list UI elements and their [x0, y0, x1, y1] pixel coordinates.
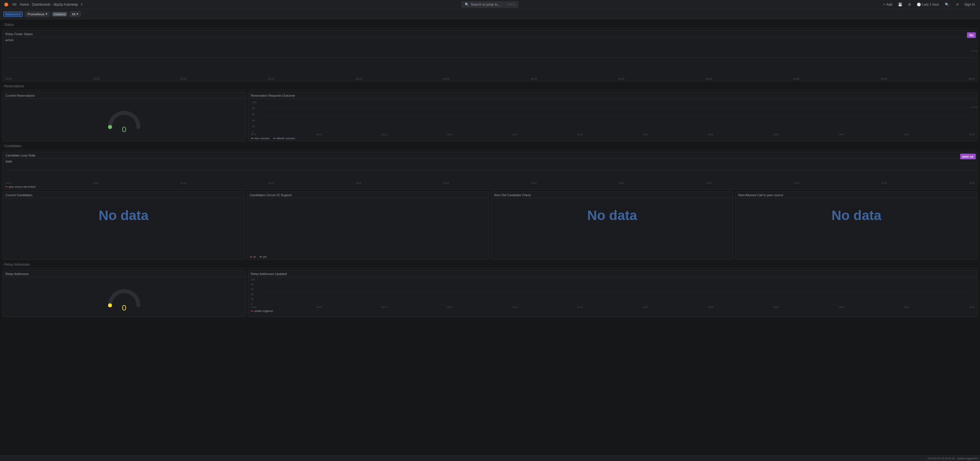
status-panels-row: Relay Finder Status active 18:00 18:05 1…	[2, 30, 978, 81]
section-reservations: - Reservations	[2, 83, 978, 90]
candidates-circuit-v2-header: Candidates Circuit V2 Support	[247, 192, 489, 198]
candidates-circuit-v2-no-data	[247, 198, 489, 232]
relay-addresses-chart-svg	[258, 278, 975, 305]
next-allowed-call-header: Next Allowed Call to peer source	[735, 192, 978, 198]
legend-yes: yes	[259, 256, 267, 258]
chevron-down-icon-2: ▾	[76, 12, 78, 16]
reservation-dotted	[972, 107, 977, 108]
all-dropdown[interactable]: All ▾	[70, 11, 81, 17]
next-allowed-call-panel: Next Allowed Call to peer source No data	[735, 191, 978, 260]
add-button[interactable]: + Add	[881, 2, 894, 7]
relay-addresses-chart-area: 100 80 60 40 20 0	[248, 277, 978, 305]
topbar-right: + Add 💾 ⚙ 🕐 Last 1 hour 🔍- ↺ Sign In	[881, 2, 977, 7]
legend-refresh-success-dot	[273, 138, 275, 138]
relay-finder-dotted	[972, 51, 977, 51]
candidate-loop-row: Candidate Loop State state 18:0018:0518:…	[2, 152, 978, 190]
next-old-candidate-header: Next Old Candidate Check	[491, 192, 733, 198]
relay-finder-active-value: active	[3, 37, 977, 43]
datasource-filter[interactable]: datasource	[3, 12, 23, 17]
reservation-legend: new: success refresh: success	[248, 137, 978, 141]
relay-finder-status-panel: Relay Finder Status active 18:00 18:05 1…	[2, 30, 978, 81]
chevron-down-icon: ▾	[46, 12, 47, 16]
relay-addresses-updated-header: Relay Addresses Updated	[248, 270, 978, 277]
refresh-button[interactable]: ↺	[954, 2, 961, 7]
sign-in-button[interactable]: Sign In	[963, 2, 977, 7]
settings-button[interactable]: ⚙	[906, 2, 913, 7]
section-candidates: - Candidates	[2, 143, 978, 150]
prometheus-dropdown[interactable]: Prometheus ▾	[25, 11, 49, 17]
legend-new-success-dot	[251, 138, 253, 138]
current-reservations-panel: Current Reservations 0	[2, 92, 246, 141]
relay-addresses-panel: Relay Addresses 0	[2, 270, 246, 317]
legend-yes-dot	[259, 257, 262, 257]
relay-addresses-header: Relay Addresses	[3, 270, 246, 277]
time-range-button[interactable]: 🕐 Last 1 hour	[915, 2, 941, 7]
current-candidates-no-data: No data	[3, 198, 245, 232]
reservations-panels-row: Current Reservations 0 Reservation Reque…	[2, 92, 978, 141]
search-box[interactable]: 🔍 Search or jump to... cmd+k	[461, 2, 519, 8]
candidates-circuit-legend: no yes	[247, 255, 489, 259]
current-candidates-header: Current Candidates	[3, 192, 245, 198]
legend-update-triggered-dot	[251, 311, 253, 311]
next-old-candidate-no-data: No data	[491, 198, 733, 232]
clock-icon: 🕐	[917, 3, 921, 6]
reservation-chart-svg	[258, 100, 975, 133]
candidate-loop-state-header: Candidate Loop State	[3, 152, 977, 159]
zoom-out-button[interactable]: 🔍-	[943, 2, 952, 7]
relay-addresses-value: 0	[122, 304, 126, 312]
main-content: - Status Relay Finder Status active 18:0…	[0, 19, 980, 321]
svg-point-1	[5, 4, 7, 5]
candidates-4panel-row: Current Candidates No data Candidates Ci…	[2, 191, 978, 260]
section-status: - Status	[2, 22, 978, 29]
next-allowed-call-no-data: No data	[735, 198, 978, 232]
relay-addresses-updated-panel: Relay Addresses Updated 100 80 60 40 20 …	[248, 270, 978, 317]
save-button[interactable]: 💾	[896, 2, 904, 7]
relay-finder-chart	[3, 43, 977, 77]
plus-icon: +	[883, 3, 885, 6]
legend-peer-source: peer source rate limited	[5, 185, 35, 188]
candidate-loop-badge: peer so	[960, 154, 976, 159]
candidates-circuit-chart	[247, 232, 489, 255]
section-relay-addresses: - Relay Addresses	[2, 261, 978, 269]
toolbar: datasource Prometheus ▾ instance All ▾	[0, 9, 980, 19]
reservation-y-labels: 100 80 60 40 20 0	[252, 101, 259, 134]
search-shortcut: cmd+k	[507, 3, 515, 6]
instance-filter-label: instance	[52, 12, 67, 16]
legend-update-triggered: update triggered	[251, 310, 273, 312]
grafana-logo	[3, 2, 9, 7]
breadcrumb: Home / Dashboards / libp2p Autorelay	[20, 3, 78, 6]
legend-no-dot	[250, 257, 252, 257]
reservation-requests-panel: Reservation Requests Outcome 100 80 60 4…	[248, 92, 978, 141]
legend-peer-source-dot	[5, 186, 8, 187]
relay-finder-badge: No	[967, 32, 976, 38]
current-candidates-panel: Current Candidates No data	[2, 191, 245, 260]
candidate-loop-state-panel: Candidate Loop State state 18:0018:0518:…	[2, 152, 978, 190]
candidate-loop-time-axis: 18:0018:0518:10 18:1518:2018:25 18:3018:…	[3, 181, 977, 185]
reservation-chart-area: 100 80 60 40 20 0	[248, 99, 978, 133]
topbar-center: 🔍 Search or jump to... cmd+k	[461, 2, 519, 8]
current-reservations-gauge: 0	[3, 99, 246, 138]
search-icon: 🔍	[465, 3, 469, 6]
relay-finder-time-axis: 18:00 18:05 18:10 18:15 18:20 18:25 18:3…	[3, 77, 977, 81]
legend-refresh-success: refresh: success	[273, 137, 295, 140]
current-reservations-header: Current Reservations	[3, 92, 246, 99]
legend-no: no	[250, 256, 256, 258]
home-link[interactable]: Home	[20, 3, 29, 6]
topbar-left: Home / Dashboards / libp2p Autorelay ⇧	[3, 2, 83, 7]
candidate-loop-chart	[3, 164, 977, 181]
reservation-time-axis: 18:0018:0518:10 18:1518:2018:25 18:3018:…	[248, 133, 978, 137]
candidate-loop-legend: peer source rate limited	[3, 185, 977, 189]
dashboards-link[interactable]: Dashboards	[32, 3, 51, 6]
relay-finder-status-header: Relay Finder Status	[3, 31, 977, 37]
relay-addresses-gauge: 0	[3, 277, 246, 317]
menu-icon[interactable]	[11, 2, 18, 6]
current-reservations-value: 0	[122, 125, 126, 134]
dashboard-name: libp2p Autorelay	[54, 3, 78, 6]
next-old-candidate-panel: Next Old Candidate Check No data	[491, 191, 733, 260]
candidate-loop-state-value: state	[3, 159, 977, 164]
topbar: Home / Dashboards / libp2p Autorelay ⇧ 🔍…	[0, 0, 980, 9]
candidates-circuit-v2-panel: Candidates Circuit V2 Support no yes	[247, 191, 490, 260]
reservation-requests-header: Reservation Requests Outcome	[248, 92, 978, 99]
search-placeholder: Search or jump to...	[471, 3, 501, 6]
share-icon[interactable]: ⇧	[80, 3, 83, 6]
